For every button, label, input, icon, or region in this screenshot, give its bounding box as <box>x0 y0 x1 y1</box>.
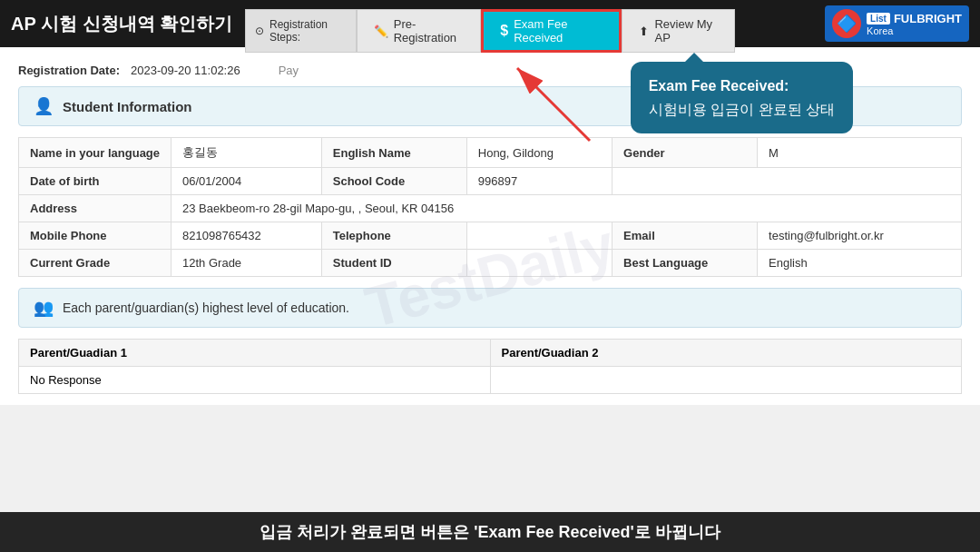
guardian-col1-header: Parent/Guadian 1 <box>19 340 491 367</box>
logo-badge: List <box>867 13 890 25</box>
field-label-student-id: Student ID <box>321 250 466 277</box>
guardian-title: Each parent/guardian(s) highest level of… <box>63 301 349 315</box>
field-value-student-id <box>466 250 612 277</box>
field-value-dob: 06/01/2004 <box>172 168 322 195</box>
field-label-mobile: Mobile Phone <box>19 222 172 250</box>
guardian-icon: 👥 <box>34 298 54 318</box>
bottom-banner-text: 입금 처리가 완료되면 버튼은 'Exam Fee Received'로 바뀝니… <box>260 523 720 541</box>
reg-date-label: Registration Date: <box>18 64 120 77</box>
table-row: Address 23 Baekbeom-ro 28-gil Mapo-gu, ,… <box>19 195 962 222</box>
student-icon: 👤 <box>34 96 54 116</box>
logo-sub: Korea <box>867 25 962 36</box>
guardian-col2-header: Parent/Guadian 2 <box>490 340 962 367</box>
field-label-dob: Date of birth <box>19 168 172 195</box>
student-info-table: Name in your language 홍길동 English Name H… <box>18 137 962 277</box>
field-value-gender: M <box>758 138 962 168</box>
field-label-school-code: School Code <box>321 168 466 195</box>
bottom-banner: 입금 처리가 완료되면 버튼은 'Exam Fee Received'로 바뀝니… <box>0 512 980 552</box>
field-label-grade: Current Grade <box>19 250 172 277</box>
field-value-name-lang: 홍길동 <box>172 138 322 168</box>
field-value-school-code: 996897 <box>466 168 612 195</box>
nav-tabs: ⊙ Registration Steps: ✏️ Pre-Registratio… <box>245 9 735 53</box>
field-label-address: Address <box>19 195 172 222</box>
student-info-title: Student Information <box>63 99 192 114</box>
steps-icon: ⊙ <box>255 25 264 37</box>
field-label-name-lang: Name in your language <box>19 138 172 168</box>
logo-icon: 🔷 <box>832 9 861 38</box>
field-label-best-lang: Best Language <box>612 250 758 277</box>
field-label-email: Email <box>612 222 758 250</box>
field-value-email: testing@fulbright.or.kr <box>758 222 962 250</box>
table-row: Current Grade 12th Grade Student ID Best… <box>19 250 962 277</box>
field-value-address: 23 Baekbeom-ro 28-gil Mapo-gu, , Seoul, … <box>172 195 962 222</box>
field-value-telephone <box>466 222 612 250</box>
tab-registration-steps[interactable]: ⊙ Registration Steps: <box>245 9 357 53</box>
page-title: AP 시험 신청내역 확인하기 <box>11 12 232 36</box>
pre-reg-icon: ✏️ <box>374 25 388 38</box>
guardian-section-header: 👥 Each parent/guardian(s) highest level … <box>18 288 962 328</box>
field-label-gender: Gender <box>612 138 758 168</box>
logo-name: FULBRIGHT <box>894 12 962 25</box>
guardian-header-row: Parent/Guadian 1 Parent/Guadian 2 <box>19 340 962 367</box>
top-bar: AP 시험 신청내역 확인하기 ⊙ Registration Steps: ✏️… <box>0 0 980 47</box>
reg-date-value: 2023-09-20 11:02:26 <box>131 64 240 77</box>
logo-text-area: List FULBRIGHT Korea <box>867 12 962 36</box>
field-empty-1 <box>612 168 962 195</box>
tab-review-my-ap[interactable]: ⬆ Review My AP <box>622 9 735 53</box>
table-row: Name in your language 홍길동 English Name H… <box>19 138 962 168</box>
table-row: Mobile Phone 821098765432 Telephone Emai… <box>19 222 962 250</box>
upload-icon: ⬆ <box>639 25 649 38</box>
tab-pre-registration[interactable]: ✏️ Pre-Registration <box>357 9 482 53</box>
dollar-icon: $ <box>500 23 508 39</box>
field-value-mobile: 821098765432 <box>172 222 322 250</box>
field-value-english-name: Hong, Gildong <box>466 138 612 168</box>
field-label-telephone: Telephone <box>321 222 466 250</box>
field-value-best-lang: English <box>758 250 962 277</box>
guardian-data-row: No Response <box>19 367 962 394</box>
pay-label: Pay <box>279 64 299 77</box>
guardian-table: Parent/Guadian 1 Parent/Guadian 2 No Res… <box>18 339 962 394</box>
tooltip-bubble: Exam Fee Received: 시험비용 입금이 완료된 상태 <box>631 62 853 133</box>
tab-exam-fee-received[interactable]: $ Exam Fee Received <box>481 9 622 53</box>
guardian-col2-value <box>490 367 962 394</box>
tooltip-line2: 시험비용 입금이 완료된 상태 <box>649 98 835 122</box>
tooltip-line1: Exam Fee Received: <box>649 74 835 98</box>
guardian-col1-value: No Response <box>19 367 491 394</box>
logo-area: 🔷 List FULBRIGHT Korea <box>825 5 969 42</box>
field-label-english-name: English Name <box>321 138 466 168</box>
table-row: Date of birth 06/01/2004 School Code 996… <box>19 168 962 195</box>
field-value-grade: 12th Grade <box>172 250 322 277</box>
